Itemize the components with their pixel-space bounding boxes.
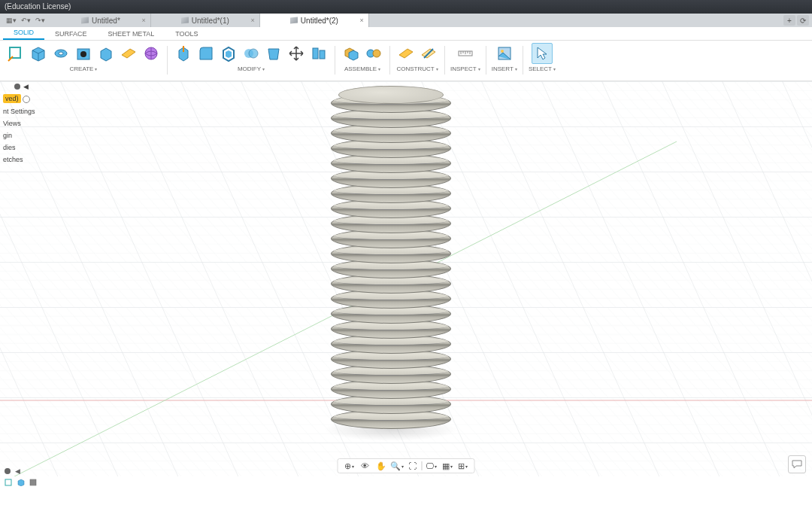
svg-point-11 (373, 50, 380, 57)
undo-icon[interactable]: ↶▾ (21, 17, 31, 24)
svg-rect-0 (10, 47, 20, 58)
svg-rect-8 (313, 48, 318, 59)
tab-solid[interactable]: SOLID (3, 26, 44, 40)
browser-item[interactable]: Views (0, 117, 32, 129)
group-construct: CONSTRUCT (393, 43, 441, 72)
measure-button[interactable] (455, 43, 476, 64)
select-button[interactable] (532, 43, 553, 64)
cylinder-top (338, 86, 444, 104)
grid-settings-icon[interactable]: ▦ (441, 460, 454, 472)
browser-root[interactable]: ved) (0, 92, 32, 105)
combine-button[interactable] (241, 43, 262, 64)
box-button[interactable] (95, 43, 117, 64)
viewport-icon[interactable]: ⊞ (456, 460, 470, 472)
doc-tab-label: Untitled* (92, 17, 120, 25)
display-icon[interactable]: 🖵 (425, 460, 438, 472)
component-button[interactable] (341, 43, 362, 64)
group-create: CREATE (3, 43, 164, 72)
form-button[interactable] (141, 43, 162, 64)
recovery-button[interactable]: ⟳ (797, 15, 809, 26)
svg-point-15 (501, 50, 504, 53)
fillet-button[interactable] (195, 43, 217, 64)
group-inspect: INSPECT (448, 43, 483, 72)
doc-tab-2[interactable]: Untitled*(2) × (260, 14, 369, 27)
svg-rect-20 (5, 479, 11, 485)
tab-controls: + ⟳ (780, 14, 812, 27)
browser-item[interactable]: dies (0, 141, 32, 154)
viewport[interactable] (0, 81, 812, 476)
close-icon[interactable]: × (251, 17, 255, 24)
svg-point-2 (59, 52, 63, 55)
extrude-button[interactable] (28, 43, 49, 64)
shell-button[interactable] (218, 43, 239, 64)
timeline (0, 476, 38, 488)
select-label[interactable]: SELECT (529, 65, 556, 72)
doc-tab-label: Untitled*(2) (301, 17, 338, 25)
axis-button[interactable] (418, 43, 439, 64)
close-icon[interactable]: × (142, 17, 146, 24)
cube-icon (290, 17, 298, 23)
comments-button[interactable] (788, 455, 806, 473)
construct-label[interactable]: CONSTRUCT (396, 65, 438, 72)
tab-surface[interactable]: SURFACE (44, 28, 98, 40)
svg-point-7 (249, 49, 258, 58)
fit-icon[interactable]: ⛶ (406, 460, 420, 472)
separator (335, 46, 335, 75)
separator (486, 46, 486, 75)
browser-item[interactable]: etches (0, 154, 32, 166)
assemble-label[interactable]: ASSEMBLE (344, 65, 380, 72)
sketch-button[interactable] (5, 43, 26, 64)
move-button[interactable] (286, 43, 307, 64)
browser-header[interactable]: ◀ (0, 81, 32, 92)
svg-rect-9 (320, 50, 325, 59)
modify-label[interactable]: MODIFY (238, 65, 265, 72)
timeline-extrude-icon[interactable] (17, 479, 26, 486)
zoom-icon[interactable]: 🔍 (390, 460, 404, 472)
insert-label[interactable]: INSERT (492, 65, 517, 72)
doc-tab-1[interactable]: Untitled*(1) × (151, 14, 260, 27)
plane-button[interactable] (395, 43, 417, 64)
redo-icon[interactable]: ↷▾ (35, 17, 45, 24)
plane-button[interactable] (118, 43, 139, 64)
separator (444, 46, 445, 75)
hole-button[interactable] (73, 43, 94, 64)
separator (167, 46, 168, 75)
toolbar: CREATE MODIFY ASSEMBLE CONSTRUCT (0, 41, 812, 81)
timeline-sketch-icon[interactable] (5, 479, 14, 486)
tab-tools[interactable]: TOOLS (165, 28, 208, 40)
browser-item[interactable]: nt Settings (0, 105, 32, 117)
align-button[interactable] (308, 43, 329, 64)
group-insert: INSERT (489, 43, 520, 72)
threaded-cylinder-model[interactable] (331, 86, 451, 432)
revolve-button[interactable] (50, 43, 71, 64)
orbit-icon[interactable]: ⊕ (343, 460, 356, 472)
svg-point-4 (80, 51, 86, 57)
separator (523, 46, 523, 75)
joint-button[interactable] (363, 43, 384, 64)
close-icon[interactable]: × (360, 17, 364, 24)
browser-item[interactable]: gin (0, 129, 32, 141)
timeline-header[interactable]: ◀ (0, 466, 25, 476)
separator (389, 46, 390, 75)
inspect-label[interactable]: INSPECT (450, 65, 480, 72)
group-modify: MODIFY (171, 43, 332, 72)
quick-access: ▦▾ ↶▾ ↷▾ (0, 14, 51, 27)
insert-button[interactable] (494, 43, 515, 64)
new-tab-button[interactable]: + (783, 15, 795, 26)
press-pull-button[interactable] (173, 43, 194, 64)
document-tabs-row: ▦▾ ↶▾ ↷▾ Untitled* × Untitled*(1) × Unti… (0, 14, 812, 27)
group-assemble: ASSEMBLE (338, 43, 386, 72)
create-label[interactable]: CREATE (70, 65, 98, 72)
draft-button[interactable] (263, 43, 284, 64)
tab-sheet-metal[interactable]: SHEET METAL (98, 28, 165, 40)
navigation-bar: ⊕ 👁 ✋ 🔍 ⛶ 🖵 ▦ ⊞ (338, 458, 475, 473)
gear-icon[interactable] (23, 96, 30, 103)
doc-tab-label: Untitled*(1) (192, 17, 229, 25)
timeline-thread-icon[interactable] (29, 479, 38, 486)
pan-icon[interactable]: ✋ (374, 460, 388, 472)
look-icon[interactable]: 👁 (359, 460, 372, 472)
doc-tab-0[interactable]: Untitled* × (51, 14, 151, 27)
title-bar: (Education License) (0, 0, 812, 14)
doc-tabs: Untitled* × Untitled*(1) × Untitled*(2) … (51, 14, 780, 27)
file-menu-icon[interactable]: ▦▾ (6, 17, 17, 24)
